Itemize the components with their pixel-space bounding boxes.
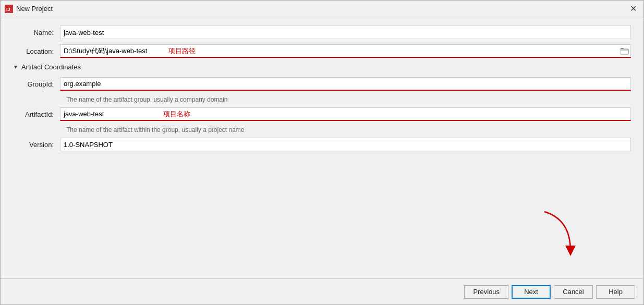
artifact-section-title: Artifact Coordinates	[21, 63, 81, 71]
location-input-wrap: 项目路径	[60, 44, 631, 58]
version-label: Version:	[13, 141, 60, 149]
section-collapse-arrow[interactable]: ▼	[13, 64, 18, 70]
title-bar: IJ New Project ✕	[1, 1, 643, 17]
version-row: Version:	[13, 138, 631, 151]
location-row: Location: 项目路径	[13, 44, 631, 58]
version-input[interactable]	[60, 138, 631, 151]
name-row: Name:	[13, 26, 631, 39]
artifactid-annotation: 项目名称	[163, 109, 190, 119]
folder-browse-button[interactable]	[619, 46, 630, 56]
artifactid-input-wrap: 项目名称	[60, 107, 631, 121]
groupid-row: GroupId:	[13, 77, 631, 91]
form-content: Name: Location: 项目路径 ▼	[1, 17, 643, 278]
app-icon: IJ	[5, 5, 13, 13]
title-bar-text: New Project	[16, 5, 624, 13]
previous-button[interactable]: Previous	[464, 285, 508, 299]
cancel-button[interactable]: Cancel	[554, 285, 593, 299]
groupid-input[interactable]	[60, 77, 631, 91]
name-input-wrap	[60, 26, 631, 39]
groupid-hint: The name of the artifact group, usually …	[66, 96, 631, 103]
location-input[interactable]	[60, 44, 631, 58]
version-input-wrap	[60, 138, 631, 151]
artifactid-input[interactable]	[60, 107, 631, 121]
artifact-section-header: ▼ Artifact Coordinates	[13, 63, 631, 71]
new-project-dialog: IJ New Project ✕ Name: Location: 项目路径	[0, 0, 644, 305]
artifactid-label: ArtifactId:	[13, 111, 60, 118]
name-input[interactable]	[60, 26, 631, 39]
location-annotation: 项目路径	[168, 46, 196, 56]
groupid-label: GroupId:	[13, 80, 60, 88]
next-button[interactable]: Next	[512, 285, 551, 299]
location-label: Location:	[13, 47, 60, 55]
artifactid-hint: The name of the artifact within the grou…	[66, 126, 631, 133]
groupid-input-wrap	[60, 77, 631, 91]
help-button[interactable]: Help	[596, 285, 635, 299]
footer: Previous Next Cancel Help	[1, 278, 643, 304]
artifactid-row: ArtifactId: 项目名称	[13, 107, 631, 121]
name-label: Name:	[13, 29, 60, 36]
svg-text:IJ: IJ	[6, 7, 10, 12]
close-button[interactable]: ✕	[627, 3, 639, 15]
